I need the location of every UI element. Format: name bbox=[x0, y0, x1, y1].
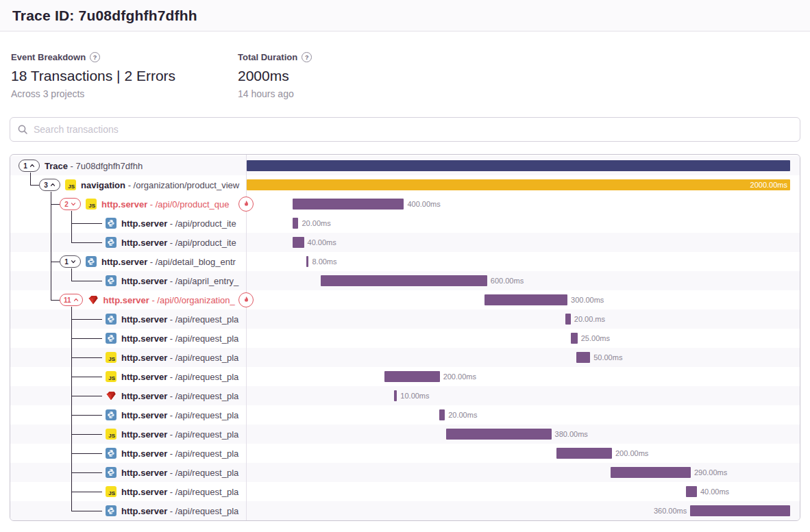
trace-row[interactable]: 3JSnavigation - /organization/product_vi… bbox=[10, 175, 800, 194]
trace-row[interactable]: JShttp.server - /api/request_pla200.00ms bbox=[10, 367, 800, 386]
error-fire-icon[interactable] bbox=[238, 197, 254, 212]
span-bar-group[interactable] bbox=[247, 156, 790, 175]
event-breakdown-sub: Across 3 projects bbox=[11, 88, 238, 99]
duration-bar[interactable] bbox=[293, 199, 404, 210]
trace-row[interactable]: 11http.server - /api/0/organization_300.… bbox=[10, 290, 800, 309]
span-title: navigation - /organization/product_view bbox=[81, 180, 239, 190]
span-title: http.server - /api/request_pla bbox=[121, 391, 238, 401]
search-box[interactable] bbox=[10, 117, 800, 142]
expand-collapse-pill[interactable]: 11 bbox=[60, 294, 83, 306]
waterfall-cell: 50.00ms bbox=[247, 348, 790, 367]
duration-bar[interactable]: 2000.00ms bbox=[247, 179, 790, 190]
duration-label: 20.00ms bbox=[448, 411, 477, 419]
tree-cell: 2JShttp.server - /api/0/product_que bbox=[10, 194, 246, 214]
trace-row[interactable]: http.server - /api/request_pla200.00ms bbox=[10, 444, 800, 463]
span-bar-group[interactable]: 20.00ms bbox=[293, 214, 334, 233]
span-bar-group[interactable]: 380.00ms bbox=[446, 425, 591, 444]
duration-label: 10.00ms bbox=[400, 392, 429, 400]
span-bar-group[interactable]: 400.00ms bbox=[293, 194, 443, 214]
span-title: http.server - /api/0/organization_ bbox=[103, 295, 235, 305]
span-title: http.server - /api/request_pla bbox=[121, 487, 238, 497]
duration-bar[interactable] bbox=[446, 429, 552, 440]
trace-row[interactable]: http.server - /api/request_pla290.00ms bbox=[10, 463, 800, 482]
trace-row[interactable]: JShttp.server - /api/request_pla380.00ms bbox=[10, 425, 800, 444]
duration-bar[interactable] bbox=[321, 275, 487, 286]
expand-collapse-pill[interactable]: 1 bbox=[60, 255, 81, 268]
duration-bar[interactable] bbox=[565, 314, 571, 325]
duration-bar[interactable] bbox=[293, 218, 298, 229]
question-circle-icon[interactable]: ? bbox=[302, 52, 312, 62]
span-bar-group[interactable]: 10.00ms bbox=[394, 386, 432, 405]
span-bar-group[interactable]: 8.00ms bbox=[306, 252, 340, 271]
trace-row[interactable]: http.server - /api/april_entry_600.00ms bbox=[10, 271, 800, 290]
trace-row[interactable]: http.server - /api/product_ite20.00ms bbox=[10, 214, 800, 233]
question-circle-icon[interactable]: ? bbox=[90, 52, 100, 62]
span-bar-group[interactable]: 200.00ms bbox=[556, 444, 652, 463]
span-bar-group[interactable]: 25.00ms bbox=[571, 329, 613, 348]
span-title: http.server - /api/request_pla bbox=[121, 506, 238, 516]
duration-bar[interactable] bbox=[247, 160, 790, 171]
tree-cell: 11http.server - /api/0/organization_ bbox=[10, 290, 246, 309]
span-bar-group[interactable]: 200.00ms bbox=[384, 367, 480, 386]
span-title: http.server - /api/april_entry_ bbox=[121, 276, 238, 286]
trace-row[interactable]: 2JShttp.server - /api/0/product_que400.0… bbox=[10, 194, 800, 214]
chevron-down-icon bbox=[71, 259, 76, 264]
expand-collapse-pill[interactable]: 2 bbox=[60, 198, 81, 210]
duration-bar[interactable] bbox=[556, 448, 612, 459]
trace-row[interactable]: JShttp.server - /api/request_pla40.00ms bbox=[10, 482, 800, 501]
tree-cell: http.server - /api/request_pla bbox=[10, 444, 246, 463]
duration-bar[interactable] bbox=[293, 237, 304, 248]
duration-label: 20.00ms bbox=[302, 219, 330, 227]
error-fire-icon[interactable] bbox=[238, 292, 254, 307]
span-bar-group[interactable]: 360.00ms bbox=[650, 501, 790, 520]
span-title: http.server - /api/request_pla bbox=[121, 429, 238, 440]
duration-bar[interactable] bbox=[394, 390, 397, 401]
span-bar-group[interactable]: 290.00ms bbox=[611, 463, 731, 482]
span-bar-group[interactable]: 2000.00ms bbox=[247, 175, 790, 194]
trace-row[interactable]: http.server - /api/request_pla20.00ms bbox=[10, 405, 800, 425]
span-bar-group[interactable]: 20.00ms bbox=[439, 405, 480, 425]
span-bar-group[interactable]: 300.00ms bbox=[484, 290, 608, 309]
span-bar-group[interactable]: 20.00.ms bbox=[565, 309, 609, 329]
duration-bar[interactable] bbox=[611, 467, 691, 478]
trace-row[interactable]: 1http.server - /api/detail_blog_entr8.00… bbox=[10, 252, 800, 271]
trace-row[interactable]: JShttp.server - /api/request_pla50.00ms bbox=[10, 348, 800, 367]
span-title: http.server - /api/request_pla bbox=[121, 468, 238, 478]
chevron-up-icon bbox=[29, 163, 35, 168]
trace-row[interactable]: http.server - /api/request_pla10.00ms bbox=[10, 386, 800, 405]
trace-summary: Event Breakdown ? 18 Transactions | 2 Er… bbox=[0, 31, 810, 117]
waterfall-cell: 300.00ms bbox=[247, 290, 790, 309]
waterfall-cell: 600.00ms bbox=[247, 271, 790, 290]
trace-row[interactable]: http.server - /api/product_ite40.00ms bbox=[10, 233, 800, 252]
span-bar-group[interactable]: 50.00ms bbox=[576, 348, 626, 367]
trace-row[interactable]: 1Trace - 7u08dfghfh7dfhh bbox=[10, 156, 800, 175]
expand-collapse-pill[interactable]: 1 bbox=[19, 160, 40, 172]
duration-bar[interactable] bbox=[686, 486, 697, 497]
tree-cell: http.server - /api/request_pla bbox=[10, 463, 246, 482]
python-icon bbox=[106, 237, 116, 248]
span-bar-group[interactable]: 600.00ms bbox=[321, 271, 527, 290]
event-breakdown-value: 18 Transactions | 2 Errors bbox=[11, 68, 238, 84]
duration-bar[interactable] bbox=[306, 256, 308, 267]
duration-bar[interactable] bbox=[576, 352, 590, 363]
duration-label: 200.00ms bbox=[443, 372, 476, 381]
trace-row[interactable]: http.server - /api/request_pla20.00.ms bbox=[10, 309, 800, 329]
span-bar-group[interactable]: 40.00ms bbox=[686, 482, 733, 501]
expand-collapse-pill[interactable]: 3 bbox=[39, 179, 60, 191]
trace-row[interactable]: http.server - /api/request_pla360.00ms bbox=[10, 501, 800, 520]
python-icon bbox=[106, 505, 116, 516]
duration-bar[interactable] bbox=[484, 294, 568, 305]
duration-bar[interactable] bbox=[571, 333, 578, 344]
duration-bar[interactable] bbox=[384, 371, 440, 382]
span-bar-group[interactable]: 40.00ms bbox=[293, 233, 339, 252]
trace-row[interactable]: http.server - /api/request_pla25.00ms bbox=[10, 329, 800, 348]
span-title: http.server - /api/0/product_que bbox=[101, 199, 229, 210]
duration-bar[interactable] bbox=[690, 505, 790, 516]
tree-cell: http.server - /api/request_pla bbox=[10, 386, 246, 405]
duration-label: 400.00ms bbox=[407, 200, 440, 208]
search-icon bbox=[17, 124, 28, 135]
search-input[interactable] bbox=[34, 124, 793, 135]
duration-bar[interactable] bbox=[439, 409, 445, 420]
ruby-icon bbox=[88, 294, 99, 305]
span-title: Trace - 7u08dfghfh7dfhh bbox=[45, 161, 143, 171]
